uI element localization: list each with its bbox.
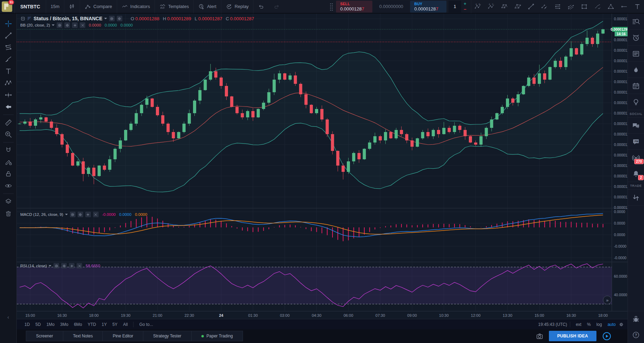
sidebar-help-button[interactable]: ? [628, 327, 644, 343]
logo[interactable]: 11 [2, 1, 12, 12]
quantity-field[interactable]: 1 [449, 1, 461, 13]
elliott-impulse-wave-tool-button[interactable]: AE [471, 0, 485, 13]
rsi-close-icon[interactable] [77, 263, 82, 269]
bb-settings-gear-icon[interactable] [64, 22, 70, 28]
sidebar-headlines-button[interactable] [628, 46, 644, 62]
macd-eye-icon[interactable] [70, 212, 76, 217]
bb-eye-icon[interactable] [57, 22, 62, 28]
pitchfork-tool-button[interactable] [564, 0, 578, 13]
symbol-settings-gear-icon[interactable] [117, 16, 122, 21]
rsi-settings-gear-icon[interactable] [61, 263, 67, 269]
range-button-1mo[interactable]: 1Mo [44, 322, 57, 327]
trade-panel-drag-handle[interactable] [330, 3, 333, 10]
log-scale-button[interactable]: log [594, 322, 605, 327]
sell-button[interactable]: SELL 0.00001287 [336, 1, 372, 13]
trend-line-tools-button[interactable] [2, 30, 15, 42]
snapshot-camera-icon[interactable] [536, 333, 543, 340]
range-button-ytd[interactable]: YTD [85, 322, 99, 327]
sidebar-screener-button[interactable] [628, 14, 644, 30]
range-button-5d[interactable]: 5D [33, 322, 43, 327]
range-button-1y[interactable]: 1Y [99, 322, 110, 327]
tab-screener[interactable]: Screener [26, 331, 63, 341]
chart-style-button[interactable] [64, 0, 80, 13]
object-tree-button[interactable] [2, 196, 15, 207]
sidebar-hotlists-button[interactable] [628, 62, 644, 78]
macd-close-icon[interactable] [93, 212, 99, 217]
percent-scale-button[interactable]: % [584, 322, 594, 327]
rsi-eye-icon[interactable] [53, 263, 59, 269]
sidebar-notifications-button[interactable]: 2 [628, 166, 644, 182]
sidebar-ideas-stream-button[interactable]: 270 [628, 150, 644, 166]
pattern-tools-button[interactable] [2, 77, 15, 89]
text-tools-button[interactable] [2, 65, 15, 77]
redo-button[interactable] [269, 0, 284, 13]
arrow-marker-tool-button[interactable] [2, 101, 15, 113]
rectangle-tool-button[interactable] [578, 0, 591, 13]
bb-add-icon[interactable] [72, 22, 78, 28]
macd-add-icon[interactable] [85, 212, 91, 217]
sidebar-chats-button[interactable] [628, 118, 644, 134]
quantity-decrease-button[interactable]: − [462, 7, 468, 12]
hide-drawings-button[interactable] [2, 180, 15, 192]
horizontal-levels-tool-button[interactable] [551, 0, 564, 13]
symbol-button[interactable]: SNTBTC [15, 0, 46, 13]
stay-in-drawing-mode-button[interactable] [2, 156, 15, 168]
range-button-3mo[interactable]: 3Mo [57, 322, 71, 327]
compare-button[interactable]: Compare [80, 0, 116, 13]
zoom-in-tool-button[interactable] [2, 129, 15, 140]
indicators-button[interactable]: Indicators [117, 0, 155, 13]
templates-button[interactable]: Templates [155, 0, 193, 13]
brush-tools-button[interactable] [2, 53, 15, 65]
play-circle-icon[interactable] [602, 331, 611, 341]
macd-settings-gear-icon[interactable] [78, 212, 83, 217]
rsi-label[interactable]: RSI (14, close) [20, 264, 47, 268]
text-tool-button[interactable] [631, 0, 644, 13]
flag-icon[interactable] [28, 17, 31, 21]
alert-button[interactable]: Alert [194, 0, 221, 13]
buy-button[interactable]: BUY 0.00001287 [410, 1, 446, 13]
chart-settings-gear-icon[interactable] [618, 322, 624, 327]
tab-text-notes[interactable]: Text Notes [63, 331, 103, 341]
clock[interactable]: 19:45:43 (UTC) [538, 322, 567, 327]
symbol-eye-icon[interactable] [109, 16, 115, 21]
macd-label[interactable]: MACD (12, 26, close, 9) [20, 212, 63, 217]
parallel-channel-tool-button[interactable] [538, 0, 551, 13]
three-drives-pattern-tool-button[interactable] [511, 0, 524, 13]
symbol-title[interactable]: Status / Bitcoin, 15, BINANCE [34, 16, 102, 21]
xabcd-pattern-tool-button[interactable] [498, 0, 511, 13]
undo-button[interactable] [253, 0, 269, 13]
bb-label[interactable]: BB (20, close, 2) [20, 23, 50, 27]
range-button-6mo[interactable]: 6Mo [71, 322, 85, 327]
sidebar-ideas-button[interactable] [628, 94, 644, 110]
extended-hours-button[interactable]: ext [573, 322, 584, 327]
sidebar-private-messages-button[interactable]: PM [628, 134, 644, 150]
rsi-add-icon[interactable] [69, 263, 74, 269]
chart-canvas[interactable]: 0.000013000.000012950.000012900.00001285… [17, 14, 628, 319]
replay-button[interactable]: Replay [221, 0, 253, 13]
tab-paper-trading[interactable]: Paper Trading [192, 331, 243, 341]
sidebar-trading-panel-button[interactable] [628, 190, 644, 206]
toolbar-collapse-chevron[interactable]: ‹ [7, 314, 9, 320]
publish-idea-button[interactable]: PUBLISH IDEA [549, 331, 596, 341]
trend-line-tool-button[interactable] [524, 0, 538, 13]
magnet-mode-button[interactable] [2, 144, 15, 156]
tab-pine-editor[interactable]: Pine Editor [103, 331, 143, 341]
crosshair-tool-button[interactable] [2, 18, 15, 30]
pane-collapse-icon[interactable] [20, 16, 26, 21]
measure-tool-button[interactable] [2, 117, 15, 129]
sidebar-feedback-button[interactable] [628, 311, 644, 327]
gann-fibonacci-tools-button[interactable] [2, 42, 15, 53]
goto-date-button[interactable]: Go to... [136, 322, 156, 327]
auto-scale-button[interactable]: auto [605, 322, 618, 327]
sidebar-calendar-button[interactable] [628, 78, 644, 94]
triangle-tool-button[interactable] [604, 0, 617, 13]
interval-button[interactable]: 15m [46, 0, 64, 13]
prediction-tools-button[interactable] [2, 89, 15, 101]
horizontal-ray-tool-button[interactable] [617, 0, 631, 13]
range-button-1d[interactable]: 1D [22, 322, 33, 327]
brush-tool-button[interactable] [591, 0, 604, 13]
sidebar-alerts-button[interactable] [628, 30, 644, 46]
quantity-increase-button[interactable]: + [462, 1, 468, 7]
range-button-5y[interactable]: 5Y [109, 322, 120, 327]
range-button-all[interactable]: All [120, 322, 130, 327]
